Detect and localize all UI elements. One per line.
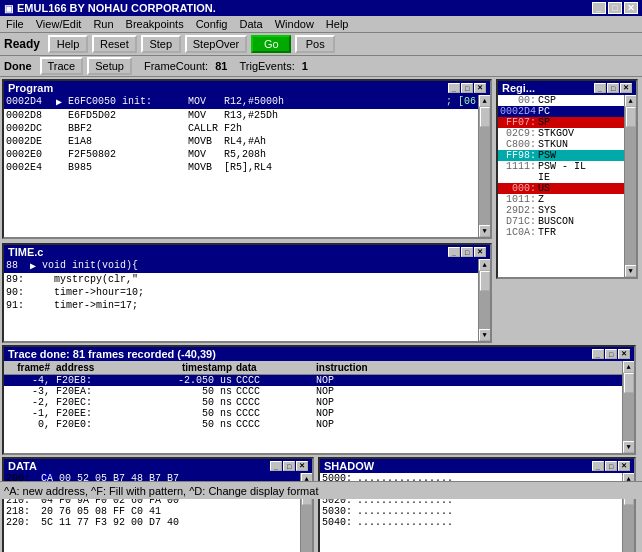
reg-row-il: 1111: PSW - IL	[498, 161, 624, 172]
timec-scroll-down[interactable]: ▼	[479, 329, 491, 341]
program-row-2[interactable]: 0002DC BBF2 CALLR F2h	[4, 122, 478, 135]
trace-close-btn[interactable]: ✕	[618, 349, 630, 359]
help-button[interactable]: Help	[48, 35, 88, 53]
registers-scrollbar[interactable]: ▲ ▼	[624, 95, 636, 277]
trace-scroll-down[interactable]: ▼	[623, 441, 635, 453]
program-row-4[interactable]: 0002E0 F2F50802 MOV R5,208h	[4, 148, 478, 161]
timec-minimize-btn[interactable]: _	[448, 247, 460, 257]
reg-scroll-track[interactable]	[625, 107, 636, 265]
trace-button[interactable]: Trace	[40, 57, 84, 75]
reg-scroll-up[interactable]: ▲	[625, 95, 637, 107]
trace-scroll-thumb[interactable]	[624, 373, 634, 393]
program-row-3[interactable]: 0002DE E1A8 MOVB RL4,#Ah	[4, 135, 478, 148]
menu-file[interactable]: File	[0, 16, 30, 32]
program-scrollbar[interactable]: ▲ ▼	[478, 95, 490, 237]
timec-scroll-track[interactable]	[479, 271, 490, 329]
reg-minimize-btn[interactable]: _	[594, 83, 606, 93]
trace-row-4[interactable]: 0, F20E0: 50 ns CCCC NOP	[4, 419, 622, 430]
trace-row-2[interactable]: -2, F20EC: 50 ns CCCC NOP	[4, 397, 622, 408]
reg-close-btn[interactable]: ✕	[620, 83, 632, 93]
program-scroll-track[interactable]	[479, 107, 490, 225]
data-row-4[interactable]: 220: 5C 11 77 F3 92 00 D7 40	[4, 517, 300, 528]
prog-args-2: F2h	[224, 123, 476, 134]
program-panel-body: 0002D4 ▶ E6FC0050 init: MOV R12,#5000h ;…	[4, 95, 490, 237]
prog-label-2: BBF2	[68, 123, 188, 134]
data-maximize-btn[interactable]: □	[283, 461, 295, 471]
program-scroll-up[interactable]: ▲	[479, 95, 491, 107]
prog-addr-1: 0002D8	[6, 110, 56, 121]
shadow-panel-controls[interactable]: _ □ ✕	[592, 461, 630, 471]
step-button[interactable]: Step	[141, 35, 181, 53]
program-close-btn[interactable]: ✕	[474, 83, 486, 93]
shadow-maximize-btn[interactable]: □	[605, 461, 617, 471]
trace-scroll-up[interactable]: ▲	[623, 361, 635, 373]
menu-view-edit[interactable]: View/Edit	[30, 16, 88, 32]
menu-help[interactable]: Help	[320, 16, 355, 32]
trace-panel-controls[interactable]: _ □ ✕	[592, 349, 630, 359]
menu-data[interactable]: Data	[233, 16, 268, 32]
prog-op-1: MOV	[188, 110, 224, 121]
reg-name-il: 1111:	[500, 161, 538, 172]
trace-maximize-btn[interactable]: □	[605, 349, 617, 359]
timec-close-btn[interactable]: ✕	[474, 247, 486, 257]
data-row-3[interactable]: 218: 20 76 05 08 FF C0 41	[4, 506, 300, 517]
reg-scroll-down[interactable]: ▼	[625, 265, 637, 277]
maximize-button[interactable]: □	[608, 2, 622, 14]
title-controls[interactable]: _ □ ✕	[592, 2, 638, 14]
trace-scrollbar[interactable]: ▲ ▼	[622, 361, 634, 453]
timec-row-1[interactable]: 89: mystrcpy(clr,"	[4, 273, 478, 286]
program-row-5[interactable]: 0002E4 B985 MOVB [R5],RL4	[4, 161, 478, 174]
prog-op-5: MOVB	[188, 162, 224, 173]
program-minimize-btn[interactable]: _	[448, 83, 460, 93]
program-maximize-btn[interactable]: □	[461, 83, 473, 93]
reg-maximize-btn[interactable]: □	[607, 83, 619, 93]
reg-scroll-thumb[interactable]	[626, 107, 636, 127]
shadow-row-3: 5030: ................	[320, 506, 622, 517]
prog-label-1: E6FD5D02	[68, 110, 188, 121]
reg-name-stkun: C800:	[500, 139, 538, 150]
shadow-close-btn[interactable]: ✕	[618, 461, 630, 471]
menu-window[interactable]: Window	[269, 16, 320, 32]
menu-run[interactable]: Run	[87, 16, 119, 32]
trace-minimize-btn[interactable]: _	[592, 349, 604, 359]
program-scroll-thumb[interactable]	[480, 107, 490, 127]
reg-val-ie: IE	[538, 172, 550, 183]
data-close-btn[interactable]: ✕	[296, 461, 308, 471]
timec-maximize-btn[interactable]: □	[461, 247, 473, 257]
trace-panel-body: frame# address timestamp data instructio…	[4, 361, 634, 453]
shadow-minimize-btn[interactable]: _	[592, 461, 604, 471]
stepover-button[interactable]: StepOver	[185, 35, 247, 53]
go-button[interactable]: Go	[251, 35, 291, 53]
program-row-1[interactable]: 0002D8 E6FD5D02 MOV R13,#25Dh	[4, 109, 478, 122]
registers-panel-controls[interactable]: _ □ ✕	[594, 83, 632, 93]
reset-button[interactable]: Reset	[92, 35, 137, 53]
timec-panel-controls[interactable]: _ □ ✕	[448, 247, 486, 257]
program-panel-controls[interactable]: _ □ ✕	[448, 83, 486, 93]
data-panel-controls[interactable]: _ □ ✕	[270, 461, 308, 471]
menu-config[interactable]: Config	[190, 16, 234, 32]
trace-scroll-track[interactable]	[623, 373, 634, 441]
prog-arrow-5	[56, 162, 68, 173]
reg-val-stkun: STKUN	[538, 139, 568, 150]
timec-row-2[interactable]: 90: timer->hour=10;	[4, 286, 478, 299]
pos-button[interactable]: Pos	[295, 35, 335, 53]
minimize-button[interactable]: _	[592, 2, 606, 14]
timec-content: 88 ▶ void init(void){ 89: mystrcpy(clr,"…	[4, 259, 478, 341]
timec-row-3[interactable]: 91: timer->min=17;	[4, 299, 478, 312]
data-minimize-btn[interactable]: _	[270, 461, 282, 471]
timec-scroll-thumb[interactable]	[480, 271, 490, 291]
timec-scrollbar[interactable]: ▲ ▼	[478, 259, 490, 341]
trace-frame-0: -4,	[6, 375, 56, 386]
trace-row-0[interactable]: -4, F20E8: -2.050 us CCCC NOP	[4, 375, 622, 386]
trace-row-3[interactable]: -1, F20EE: 50 ns CCCC NOP	[4, 408, 622, 419]
timec-row-0[interactable]: 88 ▶ void init(void){	[4, 259, 478, 273]
close-button[interactable]: ✕	[624, 2, 638, 14]
program-scroll-down[interactable]: ▼	[479, 225, 491, 237]
program-panel: Program _ □ ✕ 0002D4 ▶ E6FC0050 init: MO…	[2, 79, 492, 239]
program-row-0[interactable]: 0002D4 ▶ E6FC0050 init: MOV R12,#5000h ;…	[4, 95, 478, 109]
setup-button[interactable]: Setup	[87, 57, 132, 75]
timec-scroll-up[interactable]: ▲	[479, 259, 491, 271]
menu-breakpoints[interactable]: Breakpoints	[120, 16, 190, 32]
trace-row-1[interactable]: -3, F20EA: 50 ns CCCC NOP	[4, 386, 622, 397]
shadow-addr-4: 5040:	[322, 517, 357, 528]
